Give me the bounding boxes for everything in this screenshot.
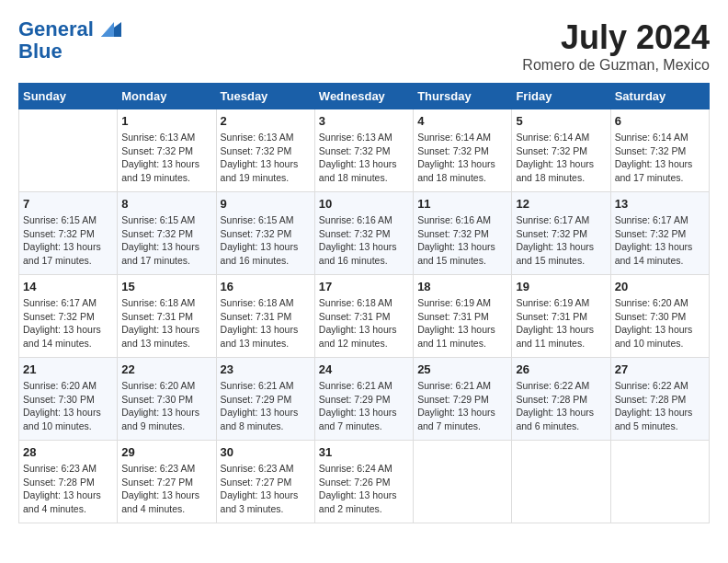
header-wednesday: Wednesday	[314, 84, 413, 109]
day-number: 31	[319, 445, 409, 459]
calendar-cell: 17Sunrise: 6:18 AMSunset: 7:31 PMDayligh…	[314, 275, 413, 358]
header-monday: Monday	[118, 84, 216, 109]
calendar-cell: 23Sunrise: 6:21 AMSunset: 7:29 PMDayligh…	[216, 358, 314, 441]
day-info: Sunrise: 6:23 AMSunset: 7:27 PMDaylight:…	[121, 462, 211, 516]
day-info: Sunrise: 6:19 AMSunset: 7:31 PMDaylight:…	[516, 296, 606, 350]
logo-blue: Blue	[18, 40, 121, 63]
calendar-cell	[512, 441, 610, 523]
page-header: General Blue July 2024 Romero de Guzman,…	[18, 18, 710, 74]
calendar-cell: 12Sunrise: 6:17 AMSunset: 7:32 PMDayligh…	[512, 192, 610, 275]
calendar-cell: 13Sunrise: 6:17 AMSunset: 7:32 PMDayligh…	[610, 192, 709, 275]
calendar-cell: 26Sunrise: 6:22 AMSunset: 7:28 PMDayligh…	[512, 358, 610, 441]
day-number: 18	[417, 280, 507, 293]
calendar-cell: 10Sunrise: 6:16 AMSunset: 7:32 PMDayligh…	[314, 192, 413, 275]
calendar-cell: 9Sunrise: 6:15 AMSunset: 7:32 PMDaylight…	[216, 192, 314, 275]
calendar-cell: 3Sunrise: 6:13 AMSunset: 7:32 PMDaylight…	[314, 109, 413, 192]
day-info: Sunrise: 6:17 AMSunset: 7:32 PMDaylight:…	[516, 213, 606, 268]
calendar-cell: 16Sunrise: 6:18 AMSunset: 7:31 PMDayligh…	[216, 275, 314, 358]
day-number: 26	[516, 362, 606, 376]
day-info: Sunrise: 6:18 AMSunset: 7:31 PMDaylight:…	[319, 296, 409, 350]
day-number: 3	[319, 114, 409, 128]
location: Romero de Guzman, Mexico	[522, 57, 710, 74]
day-info: Sunrise: 6:15 AMSunset: 7:32 PMDaylight:…	[221, 213, 311, 268]
day-number: 7	[23, 197, 113, 211]
day-info: Sunrise: 6:14 AMSunset: 7:32 PMDaylight:…	[516, 131, 606, 185]
day-info: Sunrise: 6:16 AMSunset: 7:32 PMDaylight:…	[417, 213, 507, 268]
day-number: 8	[121, 197, 211, 211]
header-friday: Friday	[512, 84, 610, 109]
week-row-3: 14Sunrise: 6:17 AMSunset: 7:32 PMDayligh…	[19, 275, 710, 358]
day-number: 24	[319, 362, 409, 376]
calendar-cell: 4Sunrise: 6:14 AMSunset: 7:32 PMDaylight…	[414, 109, 512, 192]
day-number: 16	[221, 280, 311, 293]
day-number: 15	[121, 280, 211, 293]
calendar-cell: 25Sunrise: 6:21 AMSunset: 7:29 PMDayligh…	[414, 358, 512, 441]
day-number: 2	[221, 114, 311, 128]
day-number: 4	[417, 114, 507, 128]
calendar-cell: 7Sunrise: 6:15 AMSunset: 7:32 PMDaylight…	[19, 192, 118, 275]
day-number: 22	[121, 362, 211, 376]
day-number: 30	[221, 445, 311, 459]
day-number: 27	[615, 362, 705, 376]
day-info: Sunrise: 6:16 AMSunset: 7:32 PMDaylight:…	[319, 213, 409, 268]
day-number: 25	[417, 362, 507, 376]
calendar-cell: 21Sunrise: 6:20 AMSunset: 7:30 PMDayligh…	[19, 358, 118, 441]
day-info: Sunrise: 6:14 AMSunset: 7:32 PMDaylight:…	[615, 131, 705, 185]
day-number: 17	[319, 280, 409, 293]
calendar-cell: 6Sunrise: 6:14 AMSunset: 7:32 PMDaylight…	[610, 109, 709, 192]
calendar-cell: 2Sunrise: 6:13 AMSunset: 7:32 PMDaylight…	[216, 109, 314, 192]
month-title: July 2024	[522, 18, 710, 57]
svg-marker-1	[101, 22, 114, 37]
day-info: Sunrise: 6:22 AMSunset: 7:28 PMDaylight:…	[516, 379, 606, 433]
day-info: Sunrise: 6:21 AMSunset: 7:29 PMDaylight:…	[319, 379, 409, 433]
day-number: 9	[221, 197, 311, 211]
day-number: 10	[319, 197, 409, 211]
calendar-cell: 14Sunrise: 6:17 AMSunset: 7:32 PMDayligh…	[19, 275, 118, 358]
day-number: 28	[23, 445, 113, 459]
week-row-5: 28Sunrise: 6:23 AMSunset: 7:28 PMDayligh…	[19, 441, 710, 523]
day-info: Sunrise: 6:21 AMSunset: 7:29 PMDaylight:…	[221, 379, 311, 433]
day-info: Sunrise: 6:17 AMSunset: 7:32 PMDaylight:…	[615, 213, 705, 268]
day-info: Sunrise: 6:24 AMSunset: 7:26 PMDaylight:…	[319, 462, 409, 516]
calendar-cell: 11Sunrise: 6:16 AMSunset: 7:32 PMDayligh…	[414, 192, 512, 275]
week-row-1: 1Sunrise: 6:13 AMSunset: 7:32 PMDaylight…	[19, 109, 710, 192]
week-row-2: 7Sunrise: 6:15 AMSunset: 7:32 PMDaylight…	[19, 192, 710, 275]
header-saturday: Saturday	[610, 84, 709, 109]
day-info: Sunrise: 6:22 AMSunset: 7:28 PMDaylight:…	[615, 379, 705, 433]
week-row-4: 21Sunrise: 6:20 AMSunset: 7:30 PMDayligh…	[19, 358, 710, 441]
calendar-cell	[414, 441, 512, 523]
day-info: Sunrise: 6:14 AMSunset: 7:32 PMDaylight:…	[417, 131, 507, 185]
day-number: 5	[516, 114, 606, 128]
calendar-cell	[19, 109, 118, 192]
day-info: Sunrise: 6:13 AMSunset: 7:32 PMDaylight:…	[319, 131, 409, 185]
day-number: 6	[615, 114, 705, 128]
calendar-cell: 29Sunrise: 6:23 AMSunset: 7:27 PMDayligh…	[118, 441, 216, 523]
day-info: Sunrise: 6:20 AMSunset: 7:30 PMDaylight:…	[23, 379, 113, 433]
calendar-cell: 24Sunrise: 6:21 AMSunset: 7:29 PMDayligh…	[314, 358, 413, 441]
day-number: 19	[516, 280, 606, 293]
calendar-cell: 31Sunrise: 6:24 AMSunset: 7:26 PMDayligh…	[314, 441, 413, 523]
calendar-cell: 30Sunrise: 6:23 AMSunset: 7:27 PMDayligh…	[216, 441, 314, 523]
day-info: Sunrise: 6:15 AMSunset: 7:32 PMDaylight:…	[23, 213, 113, 268]
calendar-cell: 19Sunrise: 6:19 AMSunset: 7:31 PMDayligh…	[512, 275, 610, 358]
day-info: Sunrise: 6:15 AMSunset: 7:32 PMDaylight:…	[121, 213, 211, 268]
calendar-header-row: SundayMondayTuesdayWednesdayThursdayFrid…	[19, 84, 710, 109]
day-info: Sunrise: 6:17 AMSunset: 7:32 PMDaylight:…	[23, 296, 113, 350]
day-info: Sunrise: 6:23 AMSunset: 7:28 PMDaylight:…	[23, 462, 113, 516]
calendar-cell: 18Sunrise: 6:19 AMSunset: 7:31 PMDayligh…	[414, 275, 512, 358]
day-info: Sunrise: 6:18 AMSunset: 7:31 PMDaylight:…	[221, 296, 311, 350]
day-number: 21	[23, 362, 113, 376]
day-info: Sunrise: 6:13 AMSunset: 7:32 PMDaylight:…	[121, 131, 211, 185]
calendar-cell: 20Sunrise: 6:20 AMSunset: 7:30 PMDayligh…	[610, 275, 709, 358]
day-number: 11	[417, 197, 507, 211]
day-number: 1	[121, 114, 211, 128]
calendar-cell	[610, 441, 709, 523]
day-info: Sunrise: 6:19 AMSunset: 7:31 PMDaylight:…	[417, 296, 507, 350]
header-sunday: Sunday	[19, 84, 118, 109]
day-info: Sunrise: 6:23 AMSunset: 7:27 PMDaylight:…	[221, 462, 311, 516]
calendar-cell: 27Sunrise: 6:22 AMSunset: 7:28 PMDayligh…	[610, 358, 709, 441]
logo: General Blue	[18, 18, 121, 63]
calendar-cell: 28Sunrise: 6:23 AMSunset: 7:28 PMDayligh…	[19, 441, 118, 523]
day-info: Sunrise: 6:21 AMSunset: 7:29 PMDaylight:…	[417, 379, 507, 433]
calendar-cell: 1Sunrise: 6:13 AMSunset: 7:32 PMDaylight…	[118, 109, 216, 192]
